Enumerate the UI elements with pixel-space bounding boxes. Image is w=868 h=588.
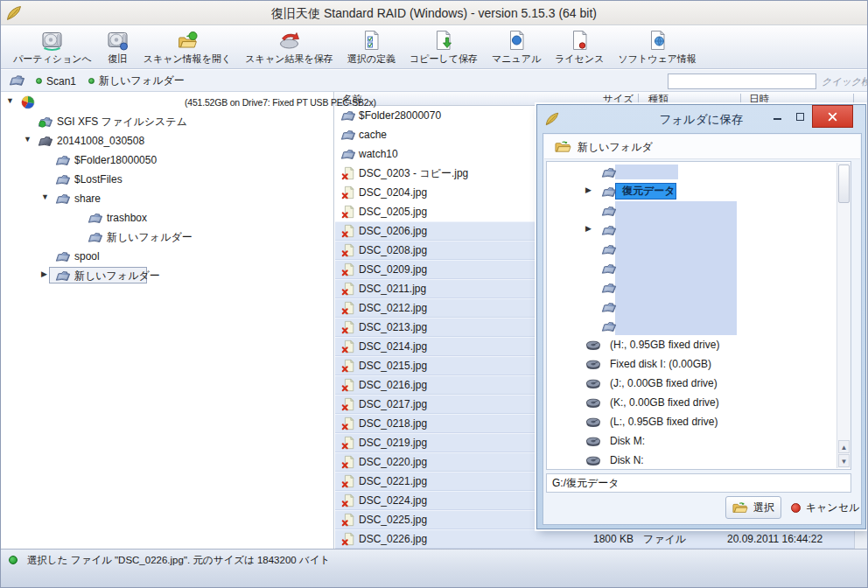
folder-icon bbox=[55, 153, 71, 167]
file-name: DSC_0203 - コピー.jpg bbox=[359, 164, 468, 183]
expand-down-icon[interactable]: ▼ bbox=[6, 96, 17, 105]
app-window: 復旧天使 Standard RAID (Windows) - version 5… bbox=[0, 0, 868, 588]
status-dot-icon bbox=[9, 556, 18, 564]
dialog-tree-item[interactable]: (H:, 0.95GB fixed drive) bbox=[547, 336, 836, 354]
tree-item[interactable]: ▼20141008_030508 bbox=[1, 131, 333, 150]
dialog-toolbar: 新しいフォルダ bbox=[544, 135, 860, 159]
scroll-up-icon[interactable]: ▲ bbox=[838, 440, 850, 453]
column-divider[interactable] bbox=[638, 94, 639, 104]
expand-down-icon[interactable]: ▼ bbox=[41, 192, 52, 201]
scroll-down-icon[interactable]: ▼ bbox=[838, 454, 850, 467]
dialog-tree-item[interactable] bbox=[547, 163, 836, 181]
file-name: DSC_0225.jpg bbox=[359, 510, 427, 529]
quick-search-input[interactable] bbox=[668, 74, 816, 89]
deleted-file-icon bbox=[340, 455, 356, 469]
toolbar-button-label: ライセンス bbox=[555, 52, 604, 66]
folder-icon bbox=[601, 204, 617, 218]
scrollbar-thumb[interactable] bbox=[838, 164, 850, 203]
select-button-label: 選択 bbox=[753, 500, 774, 515]
close-button[interactable] bbox=[812, 105, 853, 128]
expand-right-icon[interactable]: ▶ bbox=[585, 186, 596, 194]
breadcrumb: Scan1新しいフォルダー bbox=[36, 70, 197, 92]
tree-item[interactable]: ▼share bbox=[1, 189, 333, 208]
toolbar-button-info[interactable]: ソフトウェア情報 bbox=[612, 27, 704, 67]
tree-item[interactable]: ▼(451.52GB on Drive7: Fixed PT USB PEC-S… bbox=[1, 93, 333, 112]
title-bar: 復旧天使 Standard RAID (Windows) - version 5… bbox=[1, 1, 867, 25]
file-type: ファイル bbox=[643, 529, 686, 549]
column-divider[interactable] bbox=[853, 94, 854, 104]
expand-down-icon[interactable]: ▼ bbox=[24, 135, 34, 144]
destination-tree-box: ▶復元データ▶(H:, 0.95GB fixed drive)Fixed dis… bbox=[546, 161, 851, 470]
expand-right-icon[interactable]: ▶ bbox=[41, 270, 52, 278]
tree-item-label: 20141008_030508 bbox=[57, 131, 144, 150]
breadcrumb-item[interactable]: Scan1 bbox=[36, 75, 76, 88]
dialog-tree-item[interactable]: ▶復元データ bbox=[547, 182, 836, 200]
new-folder-icon bbox=[555, 140, 571, 154]
destination-path-field[interactable]: G:/復元データ bbox=[546, 473, 851, 493]
file-name: DSC_0220.jpg bbox=[359, 452, 427, 472]
disk-icon bbox=[585, 358, 601, 372]
deleted-file-icon bbox=[340, 320, 356, 334]
toolbar-button-open-scan[interactable]: スキャン情報を開く bbox=[136, 27, 239, 67]
dialog-tree-item[interactable]: Disk M: bbox=[547, 432, 836, 451]
disk-icon bbox=[585, 339, 601, 353]
toolbar-button-manual[interactable]: マニュアル bbox=[485, 27, 548, 67]
status-text: 選択した ファイル "DSC_0226.jpg". 元のサイズは 1843200… bbox=[27, 554, 330, 567]
file-name: DSC_0221.jpg bbox=[359, 472, 427, 491]
dialog-tree-item[interactable]: (K:, 0.00GB fixed drive) bbox=[547, 394, 836, 412]
tree-item[interactable]: $Folder18000050 bbox=[1, 150, 333, 170]
minimize-button[interactable] bbox=[766, 105, 788, 128]
destination-tree: ▶復元データ▶(H:, 0.95GB fixed drive)Fixed dis… bbox=[547, 162, 836, 469]
breadcrumb-label: 新しいフォルダー bbox=[99, 74, 185, 88]
toolbar-button-label: マニュアル bbox=[492, 52, 541, 66]
toolbar-button-license[interactable]: ライセンス bbox=[548, 27, 611, 67]
folder-icon bbox=[601, 281, 617, 295]
dialog-scrollbar[interactable]: ▲ ▼ bbox=[836, 163, 850, 468]
toolbar-button-label: スキャン結果を保存 bbox=[245, 52, 332, 66]
file-name: DSC_0219.jpg bbox=[359, 433, 427, 452]
tree-item[interactable]: trashbox bbox=[1, 208, 333, 228]
file-name: DSC_0214.jpg bbox=[359, 337, 427, 356]
new-folder-button[interactable]: 新しいフォルダ bbox=[548, 136, 660, 158]
breadcrumb-item[interactable]: 新しいフォルダー bbox=[88, 74, 185, 88]
save-scan-icon bbox=[277, 29, 301, 52]
tree-item[interactable]: ▶新しいフォルダー bbox=[1, 266, 333, 285]
file-name: DSC_0204.jpg bbox=[359, 183, 427, 202]
toolbar-button-def-selection[interactable]: 選択の定義 bbox=[340, 27, 402, 67]
disk-icon bbox=[585, 377, 601, 391]
tree-item[interactable]: SGI XFS ファイルシステム bbox=[1, 112, 333, 131]
toolbar-button-partition[interactable]: パーティションへ bbox=[6, 27, 99, 67]
current-folder-icon bbox=[9, 73, 25, 88]
dialog-content: 新しいフォルダ ▶復元データ▶(H:, 0.95GB fixed drive)F… bbox=[542, 133, 862, 525]
tree-item-label: 新しいフォルダー bbox=[74, 266, 160, 285]
disk-icon bbox=[585, 454, 601, 468]
maximize-button[interactable] bbox=[789, 105, 810, 128]
dialog-tree-item[interactable]: (J:, 0.00GB fixed drive) bbox=[547, 374, 836, 393]
drive-label: Disk N: bbox=[610, 452, 644, 469]
expand-right-icon[interactable]: ▶ bbox=[585, 224, 596, 233]
file-name: DSC_0216.jpg bbox=[359, 375, 427, 395]
folder-dark-icon bbox=[38, 134, 53, 148]
folder-icon bbox=[601, 185, 617, 199]
file-row[interactable]: DSC_0226.jpg1800 KBファイル20.09.2011 16:44:… bbox=[335, 529, 854, 549]
tree-item[interactable]: spool bbox=[1, 247, 333, 266]
tree-item[interactable]: $LostFiles bbox=[1, 170, 333, 189]
toolbar-button-save-scan[interactable]: スキャン結果を保存 bbox=[238, 27, 340, 67]
folder-tree: ▼(451.52GB on Drive7: Fixed PT USB PEC-S… bbox=[1, 93, 333, 550]
cancel-dot-icon bbox=[791, 503, 801, 513]
dialog-tree-item[interactable]: Disk N: bbox=[547, 452, 836, 469]
deleted-file-icon bbox=[340, 494, 356, 508]
column-divider[interactable] bbox=[740, 94, 741, 104]
deleted-file-icon bbox=[340, 186, 356, 200]
dialog-tree-item[interactable]: (L:, 0.95GB fixed drive) bbox=[547, 413, 836, 431]
copy-save-icon bbox=[431, 29, 455, 52]
toolbar-button-copy-save[interactable]: コピーして保存 bbox=[402, 27, 485, 67]
select-button[interactable]: 選択 bbox=[725, 496, 781, 519]
toolbar-button-recover[interactable]: 復旧 bbox=[99, 27, 136, 67]
folder-icon bbox=[601, 165, 617, 179]
cancel-button[interactable]: キャンセル bbox=[790, 496, 860, 519]
dialog-tree-item[interactable]: Fixed disk I: (0.00GB) bbox=[547, 355, 836, 374]
deleted-file-icon bbox=[340, 436, 356, 450]
tree-item[interactable]: 新しいフォルダー bbox=[1, 228, 333, 247]
folder-icon bbox=[340, 147, 356, 161]
